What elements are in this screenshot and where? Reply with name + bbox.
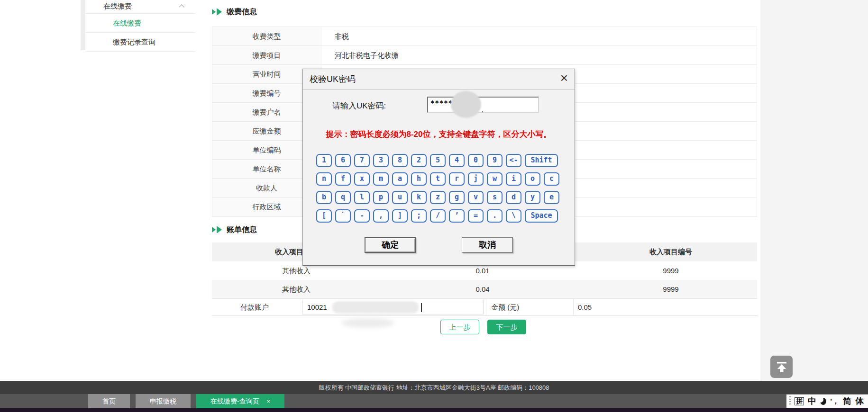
key-d[interactable]: d [506, 191, 521, 204]
key-m[interactable]: m [373, 172, 389, 186]
key-’[interactable]: ’ [449, 209, 465, 223]
key-0[interactable]: 0 [468, 154, 484, 167]
key-i[interactable]: i [506, 172, 521, 186]
redaction-smudge [341, 318, 394, 328]
password-field-label: 请输入UK密码: [332, 100, 386, 111]
key-,[interactable]: , [373, 209, 389, 223]
bill-table-rows: 其他收入0.019999其他收入0.049999 [212, 261, 757, 298]
sidebar-item-online-payment[interactable]: 在线缴费 [85, 14, 196, 33]
chevron-up-icon[interactable] [179, 4, 184, 9]
key-n[interactable]: n [316, 172, 332, 186]
key-k[interactable]: k [411, 191, 427, 204]
key-9[interactable]: 9 [487, 154, 503, 167]
key-space[interactable]: Space [525, 209, 558, 223]
key-7[interactable]: 7 [354, 154, 370, 167]
key-x[interactable]: x [354, 172, 370, 186]
close-icon[interactable]: × [560, 70, 568, 86]
key-;[interactable]: ; [411, 209, 427, 223]
ime-language-bar[interactable]: 拼 中 ’， 简 体 [786, 394, 868, 408]
key-2[interactable]: 2 [411, 154, 427, 167]
bill-cell: 9999 [585, 261, 757, 280]
back-to-top-button[interactable] [770, 356, 793, 378]
key-[[interactable]: [ [316, 209, 332, 223]
field-value: 非税 [321, 27, 757, 45]
key-e[interactable]: e [544, 191, 559, 204]
ime-chinese-mode-indicator[interactable]: 中 [808, 395, 816, 407]
bill-cell: 0.04 [381, 280, 585, 298]
key-.[interactable]: . [487, 209, 503, 223]
key-w[interactable]: w [487, 172, 503, 186]
key-l[interactable]: l [354, 191, 370, 204]
field-label: 收费类型 [212, 27, 321, 45]
tab-home[interactable]: 首页 [88, 394, 130, 408]
payment-info-section-title: 缴费信息 [212, 6, 257, 18]
key-\[interactable]: \ [506, 209, 521, 223]
key-][interactable]: ] [392, 209, 408, 223]
half-moon-icon[interactable] [820, 398, 826, 405]
sidebar-group-online-payment[interactable]: 在线缴费 [85, 0, 196, 14]
sidebar: 在线缴费 在线缴费 缴费记录查询 [85, 0, 196, 52]
tab-label: 在线缴费-查询页 [210, 397, 259, 405]
cancel-button[interactable]: 取消 [462, 237, 513, 253]
password-redaction-blur [451, 91, 481, 118]
account-redaction-blur [332, 301, 419, 313]
key-p[interactable]: p [373, 191, 389, 204]
ime-pinyin-indicator[interactable]: 拼 [795, 397, 804, 405]
key-h[interactable]: h [411, 172, 427, 186]
copyright-text: 版权所有 中国邮政储蓄银行 地址：北京市西城区金融大街3号A座 邮政编码：100… [319, 384, 549, 391]
key-<-[interactable]: <- [506, 154, 521, 167]
key-s[interactable]: s [487, 191, 503, 204]
sidebar-scrollbar[interactable] [81, 0, 85, 50]
bill-info-section-title: 账单信息 [212, 224, 257, 235]
keyboard-row: 1673825409<-Shift [316, 154, 558, 167]
payer-account-label: 付款账户 [212, 299, 300, 315]
taskbar: 首页 申报缴税 在线缴费-查询页 × [0, 394, 868, 408]
bill-cell: 其他收入 [212, 280, 381, 298]
key-6[interactable]: 6 [335, 154, 351, 167]
key-8[interactable]: 8 [392, 154, 408, 167]
bill-column-header: 收入项目编号 [585, 242, 757, 261]
next-step-button[interactable]: 下一步 [487, 320, 526, 334]
password-trailing-mark: , [482, 106, 484, 113]
key-3[interactable]: 3 [373, 154, 389, 167]
key-c[interactable]: c [544, 172, 559, 186]
key-q[interactable]: q [335, 191, 351, 204]
key-shift[interactable]: Shift [525, 154, 558, 167]
key-y[interactable]: y [525, 191, 540, 204]
key-g[interactable]: g [449, 191, 465, 204]
key-v[interactable]: v [468, 191, 484, 204]
ime-simplified-indicator[interactable]: 简 [843, 395, 851, 407]
payer-account-input[interactable]: 10021 [302, 300, 484, 314]
key-4[interactable]: 4 [449, 154, 465, 167]
field-label: 缴费项目 [212, 46, 321, 64]
ok-button[interactable]: 确定 [365, 237, 416, 253]
ime-punctuation-indicator[interactable]: ’， [830, 397, 839, 406]
dialog-title: 校验UK密码 [310, 73, 356, 85]
sidebar-item-payment-records[interactable]: 缴费记录查询 [85, 33, 196, 52]
text-cursor [421, 303, 422, 312]
key-u[interactable]: u [392, 191, 408, 204]
key-r[interactable]: r [449, 172, 465, 186]
tab-online-payment-query[interactable]: 在线缴费-查询页 × [196, 394, 284, 408]
key-o[interactable]: o [525, 172, 540, 186]
key-t[interactable]: t [430, 172, 446, 186]
tab-declare-tax[interactable]: 申报缴税 [136, 394, 191, 408]
key-j[interactable]: j [468, 172, 484, 186]
key-1[interactable]: 1 [316, 154, 332, 167]
key-=[interactable]: = [468, 209, 484, 223]
field-value: 河北非税电子化收缴 [321, 46, 757, 64]
ime-drag-handle-icon[interactable] [789, 396, 791, 406]
key--[interactable]: - [354, 209, 370, 223]
key-/[interactable]: / [430, 209, 446, 223]
key-5[interactable]: 5 [430, 154, 446, 167]
tab-close-icon[interactable]: × [267, 398, 271, 405]
right-background-panel [760, 0, 868, 381]
key-f[interactable]: f [335, 172, 351, 186]
key-b[interactable]: b [316, 191, 332, 204]
key-a[interactable]: a [392, 172, 408, 186]
key-z[interactable]: z [430, 191, 446, 204]
copyright-footer: 版权所有 中国邮政储蓄银行 地址：北京市西城区金融大街3号A座 邮政编码：100… [0, 381, 868, 394]
payer-account-value: 10021 [307, 303, 327, 311]
previous-step-button[interactable]: 上一步 [440, 320, 479, 334]
key-`[interactable]: ` [335, 209, 351, 223]
